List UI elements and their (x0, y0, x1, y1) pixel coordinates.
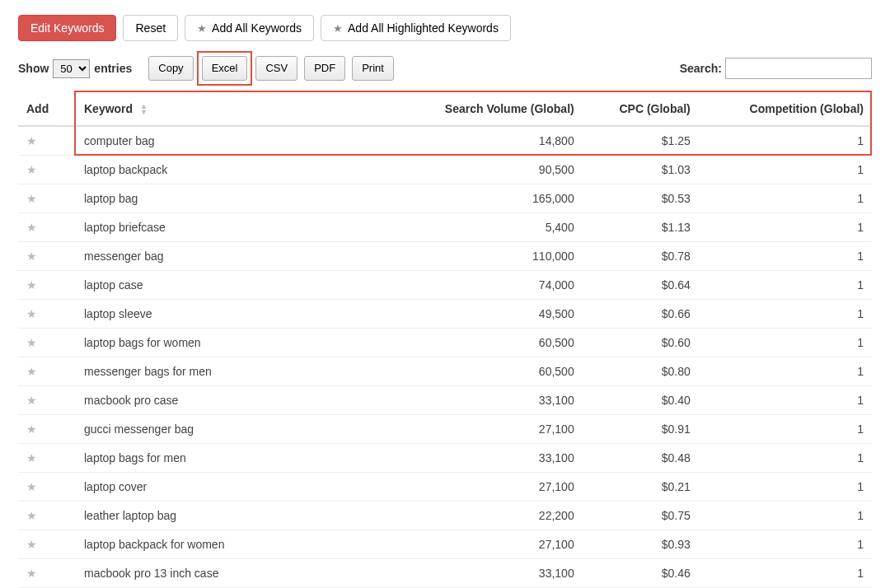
cell-cpc: $1.25 (583, 126, 699, 156)
column-competition[interactable]: Competition (Global) (699, 92, 872, 126)
cell-search-volume: 27,100 (389, 473, 583, 502)
search-box: Search: (680, 58, 872, 79)
keywords-table: Add Keyword ▲▼ Search Volume (Global) CP… (18, 92, 872, 588)
show-label-suffix: entries (94, 62, 132, 75)
table-row: ★gucci messenger bag27,100$0.911 (18, 415, 872, 444)
cell-keyword: leather laptop bag (76, 502, 389, 530)
table-wrapper: Add Keyword ▲▼ Search Volume (Global) CP… (18, 92, 872, 588)
add-star-icon[interactable]: ★ (26, 451, 37, 464)
table-row: ★macbook pro 13 inch case33,100$0.461 (18, 559, 872, 588)
print-button[interactable]: Print (352, 56, 394, 81)
table-header-row: Add Keyword ▲▼ Search Volume (Global) CP… (18, 92, 872, 126)
reset-button[interactable]: Reset (123, 15, 178, 41)
add-star-icon[interactable]: ★ (26, 336, 37, 349)
cell-competition: 1 (699, 300, 872, 329)
add-star-icon[interactable]: ★ (26, 394, 37, 407)
add-star-icon[interactable]: ★ (26, 250, 37, 263)
table-row: ★macbook pro case33,100$0.401 (18, 386, 872, 415)
column-keyword[interactable]: Keyword ▲▼ (76, 92, 389, 126)
cell-keyword: laptop backpack (76, 156, 389, 184)
cell-competition: 1 (699, 271, 872, 300)
cell-keyword: messenger bag (76, 242, 389, 271)
cell-cpc: $0.91 (583, 415, 699, 444)
cell-competition: 1 (699, 126, 872, 156)
add-star-icon[interactable]: ★ (26, 278, 37, 292)
add-star-icon[interactable]: ★ (26, 480, 37, 493)
add-star-icon[interactable]: ★ (26, 221, 37, 234)
cell-cpc: $0.78 (583, 242, 699, 271)
cell-competition: 1 (699, 386, 872, 415)
controls-row: Show 50 entries Copy Excel CSV PDF Print… (18, 56, 872, 81)
cell-search-volume: 60,500 (389, 357, 583, 386)
cell-keyword: laptop sleeve (76, 300, 389, 329)
cell-cpc: $0.40 (583, 386, 699, 415)
cell-search-volume: 14,800 (389, 126, 583, 156)
excel-highlight-box: Excel (197, 51, 253, 86)
search-input[interactable] (725, 58, 872, 79)
cell-keyword: macbook pro 13 inch case (76, 559, 389, 588)
edit-keywords-button[interactable]: Edit Keywords (18, 15, 116, 41)
cell-competition: 1 (699, 329, 872, 357)
cell-competition: 1 (699, 444, 872, 473)
cell-search-volume: 74,000 (389, 271, 583, 300)
column-search-volume[interactable]: Search Volume (Global) (389, 92, 583, 126)
add-star-icon[interactable]: ★ (26, 538, 37, 551)
cell-search-volume: 165,000 (389, 184, 583, 213)
cell-competition: 1 (699, 559, 872, 588)
cell-keyword: laptop bag (76, 184, 389, 213)
cell-keyword: laptop cover (76, 473, 389, 502)
cell-search-volume: 22,200 (389, 502, 583, 530)
column-cpc[interactable]: CPC (Global) (583, 92, 699, 126)
column-add[interactable]: Add (18, 92, 76, 126)
cell-cpc: $0.21 (583, 473, 699, 502)
add-star-icon[interactable]: ★ (26, 134, 37, 147)
csv-button[interactable]: CSV (255, 56, 297, 81)
cell-competition: 1 (699, 415, 872, 444)
cell-keyword: gucci messenger bag (76, 415, 389, 444)
cell-search-volume: 5,400 (389, 213, 583, 242)
cell-search-volume: 33,100 (389, 386, 583, 415)
add-star-icon[interactable]: ★ (26, 192, 37, 205)
cell-keyword: computer bag (76, 126, 389, 156)
cell-cpc: $0.46 (583, 559, 699, 588)
cell-competition: 1 (699, 213, 872, 242)
cell-competition: 1 (699, 502, 872, 530)
show-label-prefix: Show (18, 62, 49, 75)
add-star-icon[interactable]: ★ (26, 422, 37, 436)
excel-button[interactable]: Excel (202, 56, 248, 81)
copy-button[interactable]: Copy (148, 56, 193, 81)
table-row: ★messenger bags for men60,500$0.801 (18, 357, 872, 386)
cell-search-volume: 49,500 (389, 300, 583, 329)
cell-competition: 1 (699, 473, 872, 502)
sort-icon: ▲▼ (140, 104, 148, 115)
cell-keyword: macbook pro case (76, 386, 389, 415)
pdf-button[interactable]: PDF (304, 56, 345, 81)
table-row: ★laptop bags for women60,500$0.601 (18, 329, 872, 357)
cell-keyword: laptop bags for men (76, 444, 389, 473)
cell-keyword: laptop bags for women (76, 329, 389, 357)
cell-keyword: laptop briefcase (76, 213, 389, 242)
cell-search-volume: 90,500 (389, 156, 583, 184)
cell-competition: 1 (699, 357, 872, 386)
add-star-icon[interactable]: ★ (26, 307, 37, 320)
add-all-highlighted-button[interactable]: ★ Add All Highlighted Keywords (321, 15, 511, 41)
cell-search-volume: 110,000 (389, 242, 583, 271)
add-star-icon[interactable]: ★ (26, 163, 37, 176)
export-buttons: Copy Excel CSV PDF Print (148, 56, 394, 81)
cell-cpc: $1.03 (583, 156, 699, 184)
cell-search-volume: 27,100 (389, 530, 583, 559)
add-star-icon[interactable]: ★ (26, 365, 37, 378)
cell-cpc: $1.13 (583, 213, 699, 242)
table-row: ★laptop bag165,000$0.531 (18, 184, 872, 213)
cell-keyword: laptop case (76, 271, 389, 300)
table-row: ★computer bag14,800$1.251 (18, 126, 872, 156)
add-all-keywords-button[interactable]: ★ Add All Keywords (185, 15, 314, 41)
cell-cpc: $0.93 (583, 530, 699, 559)
cell-keyword: messenger bags for men (76, 357, 389, 386)
add-star-icon[interactable]: ★ (26, 509, 37, 522)
add-star-icon[interactable]: ★ (26, 567, 37, 580)
cell-search-volume: 33,100 (389, 559, 583, 588)
entries-select[interactable]: 50 (53, 59, 90, 78)
cell-competition: 1 (699, 184, 872, 213)
table-row: ★laptop sleeve49,500$0.661 (18, 300, 872, 329)
